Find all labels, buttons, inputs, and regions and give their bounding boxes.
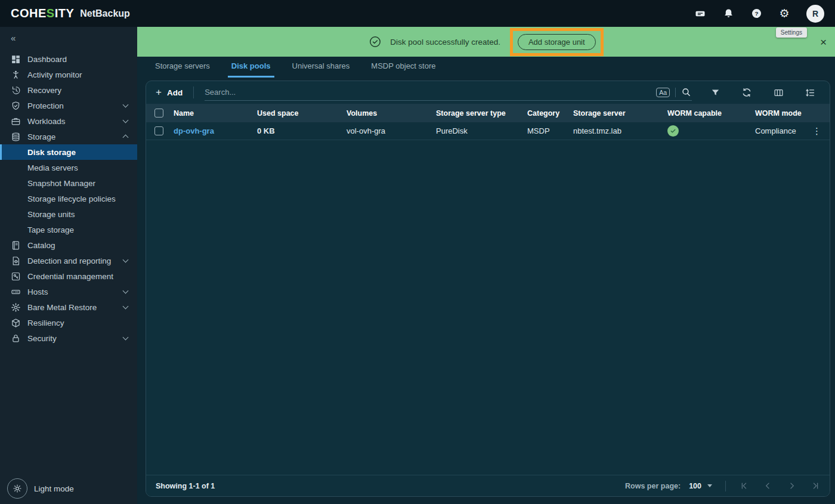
column-header-volumes[interactable]: Volumes xyxy=(347,109,436,118)
sidebar-item-label: Dashboard xyxy=(27,55,67,64)
sidebar-item-label: Activity monitor xyxy=(27,70,82,79)
sidebar-item-label: Workloads xyxy=(27,117,66,126)
sidebar-item-resiliency[interactable]: Resiliency xyxy=(0,315,137,330)
catalog-icon xyxy=(10,240,21,251)
column-header-storage-server[interactable]: Storage server xyxy=(573,109,667,118)
cell-storage-server-type: PureDisk xyxy=(436,126,527,135)
toolbar-divider xyxy=(193,86,194,98)
sidebar-item-storage-units[interactable]: Storage units xyxy=(0,206,137,222)
next-page-icon[interactable] xyxy=(787,481,796,491)
cell-used-space: 0 KB xyxy=(257,126,347,135)
topbar: COHESITY NetBackup ? ⚙ R xyxy=(0,0,835,27)
showing-count: Showing 1-1 of 1 xyxy=(156,482,215,490)
chevron-down-icon xyxy=(123,304,129,310)
column-header-name[interactable]: Name xyxy=(174,109,257,118)
sidebar-item-security[interactable]: Security xyxy=(0,330,137,346)
row-actions-kebab-icon[interactable]: ⋮ xyxy=(809,126,821,137)
sidebar-item-snapshot-manager[interactable]: Snapshot Manager xyxy=(0,175,137,191)
sidebar-item-label: Detection and reporting xyxy=(27,256,111,265)
worm-capable-check-badge xyxy=(667,125,679,137)
sidebar-collapse-button[interactable]: « xyxy=(0,27,24,47)
sidebar-item-hosts[interactable]: Hosts xyxy=(0,284,137,299)
add-storage-unit-button[interactable]: Add storage unit xyxy=(518,34,596,50)
sidebar-item-storage[interactable]: Storage xyxy=(0,129,137,144)
row-density-icon[interactable] xyxy=(805,87,815,98)
match-case-icon[interactable]: Aa xyxy=(656,88,670,97)
column-header-worm-mode[interactable]: WORM mode xyxy=(755,109,821,118)
tab-disk-pools[interactable]: Disk pools xyxy=(221,57,282,76)
license-ticket-icon[interactable] xyxy=(694,8,706,20)
protection-icon xyxy=(10,100,21,111)
search-icon[interactable] xyxy=(681,87,692,98)
sidebar-item-label: Catalog xyxy=(27,241,55,250)
filter-icon[interactable] xyxy=(710,87,720,98)
bmr-icon xyxy=(10,302,21,313)
success-banner: Disk pool successfully created. Add stor… xyxy=(137,27,835,57)
select-all-checkbox[interactable] xyxy=(154,109,163,118)
add-button-label: Add xyxy=(167,88,183,97)
disk-pool-name-link[interactable]: dp-ovh-gra xyxy=(174,126,214,135)
columns-icon[interactable] xyxy=(773,87,784,98)
credential-icon xyxy=(10,271,21,282)
help-icon[interactable]: ? xyxy=(750,8,762,20)
settings-gear-icon[interactable]: ⚙ xyxy=(778,8,790,20)
plus-icon: + xyxy=(156,86,162,98)
sidebar-item-storage-lifecycle-policies[interactable]: Storage lifecycle policies xyxy=(0,191,137,206)
rows-per-page-value[interactable]: 100 xyxy=(689,482,701,490)
tab-storage-servers[interactable]: Storage servers xyxy=(144,57,221,76)
sidebar-item-label: Media servers xyxy=(27,163,78,172)
sidebar-item-catalog[interactable]: Catalog xyxy=(0,237,137,253)
sidebar-item-credential-management[interactable]: Credential management xyxy=(0,268,137,284)
sidebar-item-label: Disk storage xyxy=(27,148,76,157)
sidebar-item-recovery[interactable]: Recovery xyxy=(0,82,137,98)
sidebar-item-label: Hosts xyxy=(27,287,48,296)
column-header-category[interactable]: Category xyxy=(527,109,573,118)
sidebar-item-media-servers[interactable]: Media servers xyxy=(0,160,137,175)
sidebar-item-workloads[interactable]: Workloads xyxy=(0,113,137,129)
last-page-icon[interactable] xyxy=(811,481,820,491)
sun-icon xyxy=(7,478,27,499)
tab-universal-shares[interactable]: Universal shares xyxy=(282,57,361,76)
disk-pools-card: + Add Aa xyxy=(146,81,830,497)
tab-msdp-object-store[interactable]: MSDP object store xyxy=(360,57,446,76)
success-check-icon xyxy=(369,35,382,48)
cell-name: dp-ovh-gra xyxy=(174,126,257,135)
banner-close-icon[interactable]: × xyxy=(820,36,827,48)
light-mode-label: Light mode xyxy=(34,484,74,493)
cell-worm-mode: Compliance xyxy=(755,126,809,135)
hosts-icon xyxy=(10,286,21,297)
table-header: NameUsed spaceVolumesStorage server type… xyxy=(146,104,830,122)
sidebar-item-protection[interactable]: Protection xyxy=(0,98,137,113)
previous-page-icon[interactable] xyxy=(763,481,772,491)
column-header-storage-server-type[interactable]: Storage server type xyxy=(436,109,527,118)
chevron-up-icon xyxy=(123,135,129,141)
sidebar-item-label: Storage xyxy=(27,132,55,141)
column-header-used-space[interactable]: Used space xyxy=(257,109,347,118)
table-row[interactable]: dp-ovh-gra0 KBvol-ovh-graPureDiskMSDPnbt… xyxy=(146,122,830,140)
sidebar-item-disk-storage[interactable]: Disk storage xyxy=(0,144,137,160)
first-page-icon[interactable] xyxy=(739,481,749,491)
sidebar-item-label: Security xyxy=(27,334,57,343)
brand-s: S xyxy=(47,7,55,20)
sidebar-item-detection-and-reporting[interactable]: Detection and reporting xyxy=(0,253,137,268)
light-mode-toggle[interactable]: Light mode xyxy=(7,478,74,499)
svg-text:?: ? xyxy=(754,10,758,17)
rows-per-page-caret-icon[interactable] xyxy=(707,484,712,487)
column-header-worm-capable[interactable]: WORM capable xyxy=(667,109,755,118)
cell-worm-capable xyxy=(667,125,755,137)
activity-icon xyxy=(10,69,21,80)
chevron-down-icon xyxy=(123,118,129,123)
search-input[interactable] xyxy=(205,88,656,97)
refresh-icon[interactable] xyxy=(741,87,752,98)
resiliency-icon xyxy=(10,317,21,328)
dashboard-icon xyxy=(10,54,21,64)
add-button[interactable]: + Add xyxy=(156,86,183,98)
sidebar-item-tape-storage[interactable]: Tape storage xyxy=(0,222,137,237)
sidebar-item-label: Protection xyxy=(27,101,64,110)
sidebar-item-activity-monitor[interactable]: Activity monitor xyxy=(0,67,137,82)
sidebar-item-bare-metal-restore[interactable]: Bare Metal Restore xyxy=(0,299,137,315)
sidebar-item-dashboard[interactable]: Dashboard xyxy=(0,51,137,67)
row-checkbox[interactable] xyxy=(154,126,163,135)
user-avatar[interactable]: R xyxy=(806,5,824,23)
notifications-bell-icon[interactable] xyxy=(722,8,734,20)
